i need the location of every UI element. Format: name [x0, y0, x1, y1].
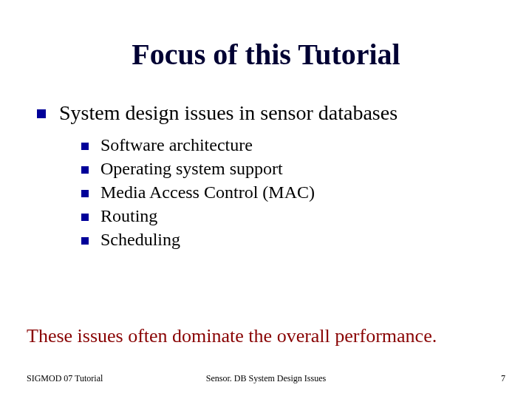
- inner-item: Scheduling: [81, 230, 502, 250]
- footer-page-number: 7: [346, 373, 505, 384]
- square-bullet-icon: [81, 237, 89, 245]
- footer-left: SIGMOD 07 Tutorial: [27, 373, 186, 384]
- closing-text: These issues often dominate the overall …: [27, 325, 505, 347]
- outer-list: System design issues in sensor databases…: [37, 101, 502, 250]
- inner-item-text: Operating system support: [100, 159, 283, 179]
- footer-center: Sensor. DB System Design Issues: [186, 373, 346, 384]
- outer-item: System design issues in sensor databases: [37, 101, 502, 125]
- square-bullet-icon: [81, 166, 89, 174]
- inner-item-text: Scheduling: [100, 230, 180, 250]
- square-bullet-icon: [81, 190, 89, 197]
- inner-item: Software architecture: [81, 135, 502, 155]
- slide: Focus of this Tutorial System design iss…: [0, 0, 532, 399]
- square-bullet-icon: [81, 214, 89, 221]
- inner-item-text: Routing: [100, 206, 157, 226]
- inner-list: Software architecture Operating system s…: [81, 135, 502, 250]
- inner-item-text: Media Access Control (MAC): [100, 183, 315, 202]
- square-bullet-icon: [37, 109, 46, 118]
- inner-item-text: Software architecture: [100, 135, 253, 155]
- inner-item: Operating system support: [81, 159, 502, 179]
- slide-title: Focus of this Tutorial: [30, 37, 502, 72]
- footer: SIGMOD 07 Tutorial Sensor. DB System Des…: [0, 373, 532, 384]
- inner-item: Routing: [81, 206, 502, 226]
- square-bullet-icon: [81, 143, 89, 150]
- inner-item: Media Access Control (MAC): [81, 183, 502, 202]
- outer-item-text: System design issues in sensor databases: [59, 101, 398, 125]
